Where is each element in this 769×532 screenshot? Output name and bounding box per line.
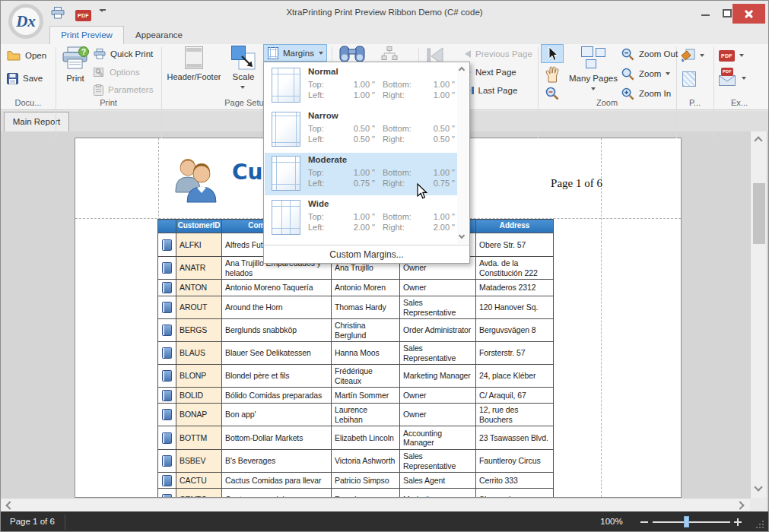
maximize-icon	[723, 9, 732, 17]
zoom-out-label: Zoom Out	[639, 49, 678, 59]
margin-preset-icon	[272, 200, 300, 235]
group-label-print: Print	[56, 98, 161, 109]
margin-preset-icon	[272, 68, 300, 103]
customers-logo-icon	[171, 157, 221, 204]
scroll-down-icon[interactable]	[459, 233, 465, 239]
mouse-pointer-tool-button[interactable]	[541, 44, 564, 63]
save-icon	[7, 73, 18, 84]
margin-guide-right	[601, 138, 602, 497]
mouse-cursor	[415, 183, 427, 200]
options-icon	[94, 67, 105, 78]
table-row: AROUTAround the HornThomas HardySales Re…	[158, 296, 554, 319]
scroll-right-icon[interactable]	[736, 501, 744, 509]
pdf-email-icon: PDF	[719, 71, 737, 86]
export-pdf-button[interactable]: PDF	[719, 47, 758, 64]
watermark-button[interactable]	[682, 71, 696, 87]
icon-column-header	[158, 220, 176, 233]
custom-margins-item[interactable]: Custom Margins...	[264, 247, 469, 263]
record-icon	[162, 239, 172, 251]
next-page-label: Next Page	[475, 68, 516, 77]
last-page-button[interactable]: Last Page	[465, 82, 541, 99]
margins-button[interactable]: Margins	[263, 44, 327, 62]
folder-icon	[7, 50, 21, 61]
zoom-in-slider-button[interactable]	[733, 518, 742, 527]
parameters-label: Parameters	[108, 85, 153, 94]
document-map-icon	[381, 46, 398, 62]
options-button[interactable]: Options	[94, 64, 160, 81]
previous-page-button[interactable]: Previous Page	[465, 46, 541, 62]
scroll-down-icon[interactable]	[754, 483, 762, 491]
app-logo: Dx	[8, 4, 43, 39]
header-footer-button[interactable]: Header/Footer	[165, 45, 223, 98]
page-color-button[interactable]	[680, 47, 712, 64]
margins-dropdown: Normal Top: 1.00 " Bottom: 1.00 " Left: …	[263, 62, 470, 264]
margin-preset-icon	[272, 112, 300, 147]
quick-print-button[interactable]: Quick Print	[94, 46, 160, 62]
zoom-out-slider-button[interactable]	[640, 521, 648, 523]
minimize-button[interactable]	[696, 5, 716, 22]
margin-option-wide[interactable]: Wide Top: 1.00 " Bottom: 1.00 " Left: 2.…	[265, 197, 458, 239]
zoom-icon	[621, 68, 634, 81]
margin-option-moderate[interactable]: Moderate Top: 1.00 " Bottom: 1.00 " Left…	[265, 153, 458, 195]
table-row: BOTTMBottom-Dollar MarketsElizabeth Linc…	[158, 426, 554, 450]
quick-print-label: Quick Print	[110, 49, 153, 59]
minimize-icon	[701, 14, 710, 16]
scroll-up-icon[interactable]	[754, 136, 762, 144]
margin-option-normal[interactable]: Normal Top: 1.00 " Bottom: 1.00 " Left: …	[265, 65, 458, 107]
last-page-label: Last Page	[478, 86, 518, 95]
open-button[interactable]: Open	[7, 47, 52, 64]
horizontal-scrollbar[interactable]	[1, 498, 750, 511]
parameters-button[interactable]: Parameters	[94, 81, 160, 98]
scrollbar-corner	[750, 498, 767, 511]
close-button[interactable]	[732, 4, 765, 24]
previous-page-icon	[465, 50, 471, 58]
title-bar: PDF XtraPrinting Print Preview Ribbon De…	[1, 1, 768, 25]
table-row: ANTONAntonio Moreno TaqueríaAntonio More…	[158, 280, 554, 296]
print-button[interactable]: ? Print	[59, 45, 92, 98]
scroll-up-icon[interactable]	[459, 67, 465, 73]
zoom-out-button[interactable]: Zoom Out	[621, 46, 685, 62]
table-row: BLONPBlondel père et filsFrédérique Cite…	[158, 365, 554, 388]
dropdown-scrollbar[interactable]	[457, 63, 469, 244]
app-window: PDF XtraPrinting Print Preview Ribbon De…	[0, 0, 769, 532]
save-label: Save	[23, 74, 43, 83]
zoom-slider-track[interactable]	[653, 521, 730, 523]
resize-grip[interactable]	[756, 527, 758, 528]
table-row: BOLIDBólido Comidas preparadasMartín Som…	[158, 388, 554, 404]
hand-icon	[545, 66, 560, 83]
margin-option-narrow[interactable]: Narrow Top: 0.50 " Bottom: 0.50 " Left: …	[265, 109, 458, 151]
col-header-customerid: CustomerID	[176, 220, 222, 233]
scale-label: Scale	[226, 72, 261, 81]
header-footer-icon	[185, 46, 203, 69]
status-bar: Page 1 of 6 100%	[1, 511, 768, 532]
options-label: Options	[110, 68, 140, 77]
table-row: BLAUSBlauer See DelikatessenHanna MoosSa…	[158, 342, 554, 365]
save-button[interactable]: Save	[7, 70, 52, 87]
scale-button[interactable]: Scale	[226, 45, 261, 100]
zoom-button[interactable]: Zoom	[621, 65, 685, 82]
chevron-down-icon	[739, 54, 744, 57]
mouse-pointer-icon	[547, 46, 558, 62]
quick-print-icon	[94, 49, 106, 59]
chevron-down-icon	[591, 87, 596, 90]
vertical-scrollbar-thumb[interactable]	[753, 183, 765, 244]
scroll-left-icon[interactable]	[5, 501, 14, 509]
zoom-label: Zoom	[639, 69, 661, 78]
record-icon	[162, 282, 172, 293]
vertical-scrollbar[interactable]	[750, 131, 767, 498]
group-label-documents: Docu...	[1, 98, 56, 109]
send-pdf-email-button[interactable]: PDF	[719, 70, 761, 87]
print-label: Print	[59, 74, 92, 83]
hand-tool-button[interactable]	[541, 65, 564, 84]
tab-main-report[interactable]: Main Report	[4, 112, 69, 131]
next-page-button[interactable]: Next Page	[465, 64, 541, 81]
group-label-page-background: P...	[676, 98, 713, 109]
group-label-export: Ex...	[713, 98, 765, 109]
col-header-address: Address	[476, 220, 554, 233]
many-pages-button[interactable]: Many Pages	[571, 45, 615, 100]
tab-print-preview[interactable]: Print Preview	[49, 26, 124, 44]
tab-appearance[interactable]: Appearance	[130, 27, 188, 44]
paint-bucket-icon	[680, 49, 695, 62]
open-label: Open	[25, 51, 46, 60]
zoom-slider-thumb[interactable]	[684, 516, 689, 527]
